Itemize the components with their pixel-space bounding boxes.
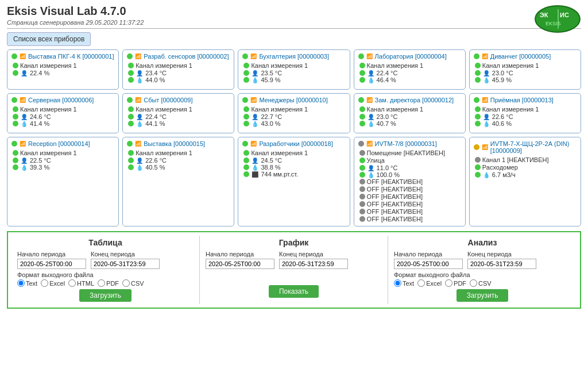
green-status-dot: [474, 97, 479, 103]
channel-label: OFF [НЕАКТИВЕН]: [367, 186, 423, 193]
gray-status-dot: [359, 194, 365, 199]
channel-dot: [475, 63, 481, 68]
person-icon: 👤: [483, 114, 490, 120]
list-all-button[interactable]: Список всех приборов: [7, 32, 91, 46]
analysis-format-excel[interactable]: Excel: [417, 279, 442, 287]
table-period-row: Начало периода Конец периода: [17, 251, 194, 269]
value-text: 23.0 °C: [377, 113, 398, 120]
device-name-link[interactable]: ИVТМ-7/8 [00000031]: [375, 140, 437, 147]
analysis-format-csv[interactable]: CSV: [470, 279, 492, 287]
humidity-icon: 💧: [21, 164, 28, 171]
signal-icon: 📶: [135, 97, 141, 103]
device-name-link[interactable]: Диванчег [00000005]: [490, 53, 551, 60]
value-text: 44.1 %: [145, 120, 165, 127]
channel-label: Канал измерения 1: [367, 62, 424, 69]
chart-end-input[interactable]: [279, 259, 348, 269]
device-card-dev13: 📶Приёмная [00000013]Канал измерения 1👤22…: [469, 93, 581, 133]
green-status-dot: [475, 114, 481, 120]
person-icon: 👤: [136, 114, 143, 120]
channel-label: Канал измерения 1: [20, 106, 77, 113]
gray-status-dot: [358, 141, 364, 147]
logo: ЭК ИС EKSIS: [534, 5, 581, 35]
value-text: 45.9 %: [261, 76, 280, 83]
signal-icon: 📶: [20, 141, 26, 147]
table-start-label: Начало периода: [17, 251, 86, 258]
channel-label: OFF [НЕАКТИВЕН]: [367, 193, 423, 200]
chart-period-row: Начало периода Конец периода: [206, 251, 382, 269]
green-status-dot: [128, 70, 134, 76]
table-format-excel[interactable]: Excel: [41, 279, 65, 287]
svg-text:ЭК: ЭК: [540, 11, 548, 18]
app-title: Eksis Visual Lab 4.7.0: [7, 5, 581, 18]
value-text: 22.4 °C: [377, 70, 398, 76]
devices-row-1: 📶Выставка ПКГ-4 К [00000001]Канал измере…: [0, 49, 588, 90]
humidity-icon: 💧: [483, 77, 490, 83]
humidity-icon: 💧: [136, 77, 143, 83]
humidity-icon: 💧: [136, 121, 143, 127]
channel-dot: [359, 106, 365, 112]
pressure-icon: ⬛: [252, 171, 258, 178]
analysis-start-input[interactable]: [394, 259, 463, 269]
value-text: 46.4 %: [377, 76, 396, 83]
green-status-dot: [128, 77, 134, 83]
channel-dot: [359, 63, 365, 68]
table-format-text[interactable]: Text: [17, 279, 37, 287]
device-name-link[interactable]: Зам. директора [00000012]: [375, 97, 454, 103]
device-name-link[interactable]: Сбыт [00000009]: [144, 97, 192, 103]
channel-label: Помещение [НЕАКТИВЕН]: [367, 149, 446, 156]
table-download-button[interactable]: Загрузить: [79, 289, 131, 302]
green-status-dot: [475, 77, 481, 83]
device-name-link[interactable]: Приёмная [00000013]: [490, 97, 554, 103]
green-status-dot: [243, 121, 249, 126]
green-status-dot: [359, 70, 365, 76]
bottom-panel-grid: Таблица Начало периода Конец периода Фор…: [11, 236, 577, 304]
device-name-link[interactable]: Выставка [00000015]: [144, 140, 205, 147]
device-name-link[interactable]: Лаборатория [00000004]: [375, 53, 447, 60]
analysis-download-button[interactable]: Загрузить: [457, 289, 509, 302]
svg-text:ИС: ИС: [560, 11, 569, 18]
table-format-html[interactable]: HTML: [68, 279, 94, 287]
device-name-link[interactable]: Выставка ПКГ-4 К [00000001]: [28, 53, 114, 60]
green-status-dot: [13, 70, 18, 76]
device-name-link[interactable]: Reception [00000014]: [28, 140, 90, 147]
table-format-pdf[interactable]: PDF: [98, 279, 119, 287]
channel-label: Канал измерения 1: [136, 62, 192, 69]
green-status-dot: [359, 114, 365, 120]
signal-icon: 📶: [366, 97, 373, 103]
analysis-start-label: Начало периода: [394, 251, 463, 258]
device-name-link[interactable]: Разработчики [00000018]: [259, 140, 332, 147]
analysis-format-label: Формат выходного файла: [394, 271, 571, 278]
table-format-csv[interactable]: CSV: [122, 279, 144, 287]
green-status-dot: [359, 165, 365, 171]
chart-show-button[interactable]: Показать: [269, 285, 319, 298]
channel-label: OFF [НЕАКТИВЕН]: [367, 216, 423, 222]
humidity-icon: 💧: [136, 164, 143, 171]
person-icon: 👤: [21, 158, 28, 164]
humidity-icon: 💧: [368, 121, 374, 127]
analysis-format-pdf[interactable]: PDF: [445, 279, 466, 287]
value-text: 40.6 %: [492, 120, 512, 127]
green-status-dot: [13, 114, 18, 120]
table-start-input[interactable]: [17, 259, 86, 269]
table-end-label: Конец периода: [91, 251, 160, 258]
device-name-link[interactable]: Бухгалтерия [00000003]: [259, 53, 329, 60]
device-name-link[interactable]: ИVТМ-7-Х-ЩЦ-2Р-2А (DIN) [10000009]: [490, 140, 577, 154]
device-name-link[interactable]: Серверная [00000006]: [28, 97, 94, 103]
humidity-icon: 💧: [252, 164, 258, 171]
value-text: 23.5 °C: [261, 70, 282, 76]
channel-dot: [128, 150, 134, 156]
green-status-dot: [243, 70, 249, 76]
table-end-input[interactable]: [91, 259, 160, 269]
analysis-format-row: Text Excel PDF CSV: [394, 279, 571, 287]
value-text: 22.4 %: [30, 70, 49, 76]
value-text: 40.7 %: [377, 120, 396, 127]
analysis-end-input[interactable]: [467, 259, 536, 269]
device-name-link[interactable]: Менеджеры [00000010]: [259, 97, 327, 103]
device-name-link[interactable]: Разраб. сенсоров [00000002]: [144, 53, 229, 60]
channel-label: Канал 1 [НЕАКТИВЕН]: [482, 156, 549, 163]
channel-label: Канал измерения 1: [251, 106, 308, 113]
analysis-format-text[interactable]: Text: [394, 279, 414, 287]
value-text: 45.9 %: [492, 76, 512, 83]
chart-start-input[interactable]: [206, 259, 274, 269]
signal-icon: 📶: [250, 97, 257, 103]
